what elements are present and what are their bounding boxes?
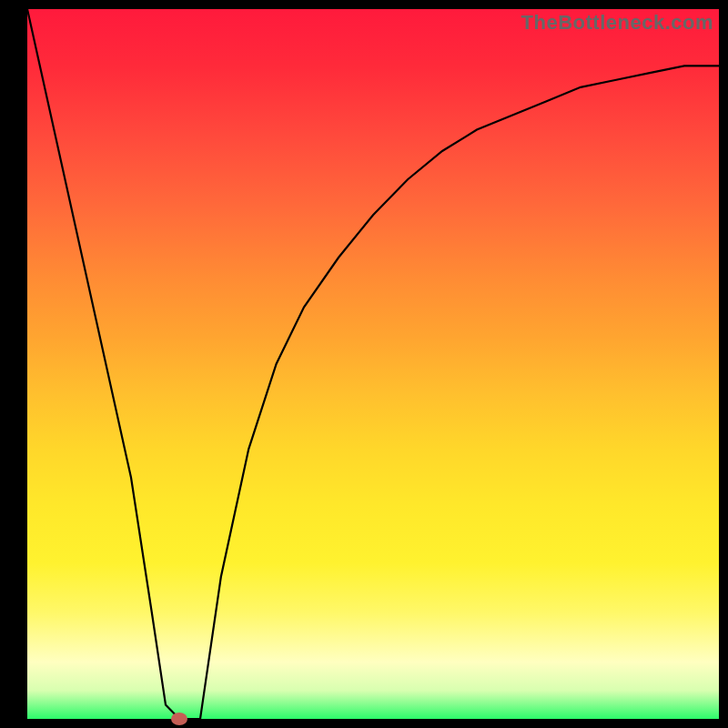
curve-layer	[27, 9, 719, 719]
chart-frame: TheBottleneck.com	[0, 0, 728, 728]
optimal-point-marker	[171, 713, 187, 725]
plot-area: TheBottleneck.com	[27, 9, 719, 719]
bottleneck-curve	[27, 9, 719, 719]
